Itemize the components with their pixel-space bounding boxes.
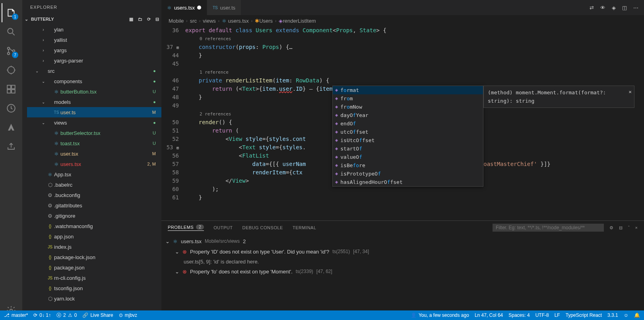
search-icon[interactable]	[2, 22, 21, 41]
breadcrumb-item[interactable]: ⚛ users.tsx	[222, 18, 249, 24]
code-line[interactable]: }	[185, 193, 644, 202]
tree-item[interactable]: ⚛butterSelector.tsxU	[27, 128, 161, 138]
tree-item[interactable]: ⚙.gitignore	[27, 211, 161, 221]
status-blame[interactable]: 👤 You, a few seconds ago	[411, 312, 469, 318]
tree-item[interactable]: ⬡yarn.lock	[27, 293, 161, 304]
status-feedback-icon[interactable]: ☺	[624, 312, 628, 318]
tree-item[interactable]: ⌄views●	[27, 117, 161, 128]
intellisense-item[interactable]: ◈hasAlignedHourOffset	[333, 178, 483, 186]
status-github[interactable]: ⊙ mjbvz	[119, 312, 137, 318]
breadcrumb-item[interactable]: views	[203, 18, 216, 24]
tree-item[interactable]: {}package.json	[27, 262, 161, 273]
filter-input[interactable]	[493, 224, 604, 232]
section-header[interactable]: ⌄ BUTTERLY ▦ 🗀 ⟳ ⊟	[22, 14, 161, 24]
code-line[interactable]: export default class Users extends Compo…	[185, 26, 644, 35]
code-line[interactable]: 1 reference	[185, 68, 644, 76]
breadcrumbs[interactable]: Mobile›src›views›⚛ users.tsx›✱Users›◈ren…	[161, 15, 644, 26]
intellisense-item[interactable]: ◈isBefore	[333, 161, 483, 170]
status-bell-icon[interactable]: 🔔	[634, 312, 640, 318]
code-line[interactable]	[185, 60, 644, 68]
tree-item[interactable]: {}package-lock.json	[27, 252, 161, 262]
editor-tab[interactable]: TSuser.ts	[207, 0, 241, 15]
refresh-tree-icon[interactable]: ⟳	[147, 17, 151, 22]
status-spaces[interactable]: Spaces: 4	[508, 312, 530, 318]
intellisense-item[interactable]: ◈from	[333, 94, 483, 103]
intellisense-popup[interactable]: ◈format◈from◈fromNow◈dayOfYear◈endOf◈utc…	[332, 86, 483, 187]
preview-icon[interactable]: 👁	[600, 5, 605, 11]
tree-item[interactable]: ⚛users.tsx2, M	[27, 159, 161, 169]
code-area[interactable]: export default class Users extends Compo…	[185, 26, 644, 220]
extensions-icon[interactable]	[2, 80, 21, 99]
split-editor-icon[interactable]: ◫	[622, 5, 627, 11]
problem-item[interactable]: ⌄⊗Property 'fo' does not exist on type '…	[165, 266, 640, 277]
intellisense-item[interactable]: ◈isPrototypeOf	[333, 170, 483, 178]
editor[interactable]: 3637 ⊞44454647484950515253 ⊞565758596061…	[161, 26, 644, 220]
breadcrumb-item[interactable]: Mobile	[169, 18, 184, 24]
close-icon[interactable]: ×	[628, 88, 632, 96]
compare-icon[interactable]: ⇄	[590, 5, 594, 11]
explorer-icon[interactable]: 1	[2, 3, 21, 22]
code-line[interactable]: private renderListItem(item: RowData) {	[185, 76, 644, 85]
tree-item[interactable]: TSuser.tsM	[27, 107, 161, 117]
tab-terminal[interactable]: TERMINAL	[293, 225, 316, 230]
tree-item[interactable]: ›yargs-parser	[27, 55, 161, 66]
tree-item[interactable]: ⬡.babelrc	[27, 180, 161, 190]
tree-item[interactable]: {}tsconfig.json	[27, 283, 161, 293]
tree-item[interactable]: ⌄components●	[27, 76, 161, 86]
intellisense-item[interactable]: ◈valueOf	[333, 153, 483, 161]
tree-item[interactable]: {}app.json	[27, 231, 161, 242]
tree-item[interactable]: JSrn-cli.config.js	[27, 273, 161, 283]
status-encoding[interactable]: UTF-8	[535, 312, 549, 318]
close-panel-icon[interactable]: ×	[635, 225, 638, 230]
share-icon[interactable]	[2, 137, 21, 156]
code-line[interactable]: constructor(props: Props) {…	[185, 43, 644, 51]
tab-output[interactable]: OUTPUT	[213, 225, 233, 230]
filter-settings-icon[interactable]: ⚙	[609, 225, 613, 230]
intellisense-item[interactable]: ◈isUtcOffset	[333, 136, 483, 144]
status-eol[interactable]: LF	[555, 312, 560, 318]
azure-icon[interactable]	[2, 118, 21, 137]
problem-item[interactable]: ⌄⊗Property 'ID' does not exist on type '…	[165, 246, 640, 257]
tree-item[interactable]: ⚛App.tsx	[27, 169, 161, 180]
editor-tab[interactable]: ⚛users.tsx	[161, 0, 207, 15]
tree-item[interactable]: ⚙.gitattributes	[27, 200, 161, 211]
debug-icon[interactable]	[2, 60, 21, 80]
intellisense-item[interactable]: ◈dayOfYear	[333, 111, 483, 119]
tab-debug-console[interactable]: DEBUG CONSOLE	[242, 225, 283, 230]
intellisense-item[interactable]: ◈format	[333, 86, 483, 94]
tree-item[interactable]: ⚛butterButton.tsxU	[27, 86, 161, 97]
refresh-icon[interactable]	[2, 99, 21, 118]
code-line[interactable]: 0 references	[185, 35, 644, 43]
status-branch[interactable]: ⎇ master*	[4, 312, 28, 318]
code-line[interactable]: }	[185, 51, 644, 60]
new-file-icon[interactable]: ▦	[129, 17, 133, 22]
status-liveshare[interactable]: 🔗 Live Share	[82, 312, 113, 318]
problem-related[interactable]: user.ts[5, 9]: 'id' is declared here.	[165, 257, 640, 266]
new-folder-icon[interactable]: 🗀	[138, 17, 142, 22]
tree-item[interactable]: ⌄models●	[27, 97, 161, 107]
status-language[interactable]: TypeScript React	[566, 312, 602, 318]
more-icon[interactable]: ⋯	[633, 5, 638, 11]
status-errors[interactable]: ⓧ 2 ⚠ 0	[56, 312, 77, 319]
tree-item[interactable]: ⌄src●	[27, 66, 161, 76]
intellisense-item[interactable]: ◈utcOffset	[333, 128, 483, 136]
breadcrumb-item[interactable]: src	[190, 18, 197, 24]
collapse-panel-icon[interactable]: ⊟	[619, 225, 623, 230]
tree-item[interactable]: ⚛user.tsxM	[27, 148, 161, 159]
tree-item[interactable]: ⚛toast.tsxU	[27, 138, 161, 148]
breadcrumb-item[interactable]: ✱Users	[255, 18, 273, 24]
diamond-icon[interactable]: ◈	[612, 5, 616, 11]
status-sync[interactable]: ⟳ 0↓ 1↑	[33, 312, 51, 318]
maximize-panel-icon[interactable]: ˆ	[628, 225, 630, 230]
source-control-icon[interactable]: 7	[2, 41, 21, 60]
intellisense-item[interactable]: ◈fromNow	[333, 103, 483, 111]
collapse-all-icon[interactable]: ⊟	[155, 17, 159, 22]
tree-item[interactable]: {}.watchmanconfig	[27, 221, 161, 231]
breadcrumb-item[interactable]: ◈renderListItem	[279, 18, 316, 24]
tree-item[interactable]: ⚙.buckconfig	[27, 190, 161, 200]
tree-item[interactable]: JSindex.js	[27, 242, 161, 252]
tab-problems[interactable]: PROBLEMS 2	[168, 224, 204, 231]
intellisense-item[interactable]: ◈startOf	[333, 144, 483, 153]
problem-file-row[interactable]: ⌄ ⚛ users.tsx Mobile/src/views 2	[165, 236, 640, 246]
intellisense-item[interactable]: ◈endOf	[333, 119, 483, 128]
